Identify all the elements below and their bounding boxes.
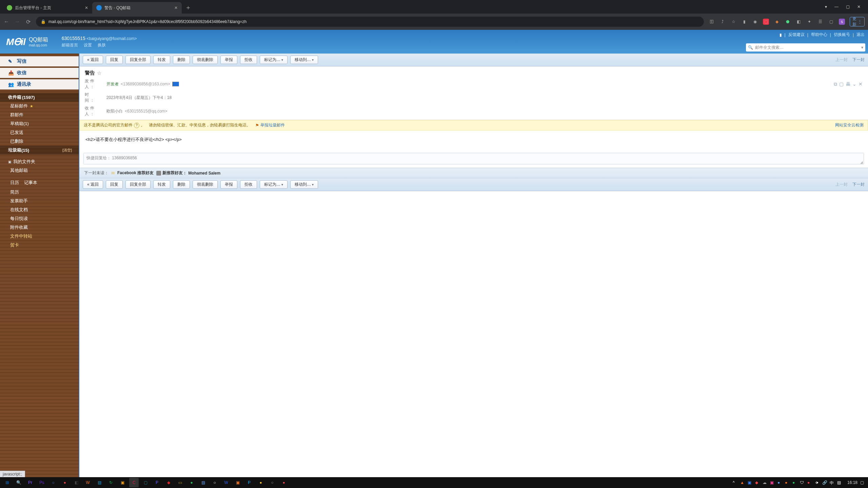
sidebar-item-starred[interactable]: 星标邮件 [0,102,79,110]
maximize-icon[interactable]: ▢ [846,4,850,9]
mail-search[interactable]: 🔍 邮件全文搜索… ▾ [746,43,865,52]
next-unread-1[interactable]: Facebook 推荐好友 [117,170,154,176]
sidebar-link[interactable]: 附件收藏 [0,223,79,232]
taskbar-app[interactable]: ↻ [106,478,116,487]
reply-button[interactable]: 回复 [106,56,123,64]
taskbar-app[interactable]: ▭ [175,478,185,487]
taskbar-app[interactable]: ⊞ [2,478,12,487]
tray-icon[interactable]: 🔗 [822,480,827,485]
ext-icon[interactable]: ▢ [763,19,769,25]
sidebar-item-trash[interactable]: 已删除 [0,137,79,146]
sidebar-inbox[interactable]: 收件箱(1597) [0,93,79,102]
sidebar-link[interactable]: 每日悦读 [0,214,79,223]
sidebar-item-junk[interactable]: 垃圾箱(15) [清空] [0,146,79,155]
question-icon[interactable]: ? [134,123,139,128]
reply-all-button[interactable]: 回复全部 [125,180,151,189]
ext-icon[interactable]: ▮ [741,19,747,25]
update-button[interactable]: 更新⋮ [850,17,865,26]
link-logout[interactable]: 退出 [856,32,865,38]
ext-icon[interactable]: ⬣ [785,19,791,25]
panel-icon[interactable]: ▢ [828,19,834,25]
prev-mail[interactable]: 上一封 [835,57,848,63]
sidebar-link[interactable]: 文件中转站 [0,232,79,241]
safety-check-link[interactable]: 网站安全云检测 [835,122,864,128]
delete-button[interactable]: 删除 [173,180,190,189]
delete-button[interactable]: 删除 [173,56,190,64]
reply-all-button[interactable]: 回复全部 [125,56,151,64]
taskbar-app[interactable]: W [221,478,231,487]
move-to-dropdown[interactable]: 移动到… [290,180,318,189]
tray-icon[interactable]: ● [785,480,790,485]
tray-icon[interactable]: 🕩 [815,480,820,485]
perm-delete-button[interactable]: 彻底删除 [193,56,218,64]
tray-icon[interactable]: ▲ [740,480,745,485]
taskbar-app[interactable]: P [244,478,254,487]
qqmail-logo[interactable]: MƟil QQ邮箱 mail.qq.com [0,36,48,47]
sidebar-myfolders[interactable]: 我的文件夹 [0,157,79,166]
report-spam-link[interactable]: 举报垃圾邮件 [260,122,285,128]
taskbar-app[interactable]: ○ [48,478,58,487]
sidebar-item-sent[interactable]: 已发送 [0,128,79,137]
ext-icon[interactable]: ◆ [774,19,780,25]
print-icon[interactable]: ▢ [839,81,844,87]
encoding-icon[interactable]: ⌄ [852,81,856,87]
profile-avatar[interactable]: s [839,19,845,25]
new-tab-button[interactable]: ＋ [185,3,191,12]
star-icon[interactable]: ☆ [97,70,101,76]
receive-button[interactable]: 📥收信 [0,68,79,78]
link-switch[interactable]: 切换账号 [834,32,850,38]
next-mail[interactable]: 下一封 [852,182,865,187]
tab-0[interactable]: 后台管理平台 - 主页 ✕ [3,2,92,14]
tab-1[interactable]: 警告 - QQ邮箱 ✕ [92,2,182,14]
tray-icon[interactable]: ▤ [837,480,842,485]
prev-mail[interactable]: 上一封 [835,182,848,187]
sidebar-link[interactable]: 发票助手 [0,197,79,205]
ext-icon[interactable]: ◉ [752,19,758,25]
newwindow-icon[interactable]: ⧉ [834,81,837,87]
taskbar-app[interactable]: ● [256,478,265,487]
clock[interactable]: 16:18 [847,480,857,485]
taskbar-app[interactable]: ◆ [164,478,173,487]
forward-icon[interactable]: → [14,19,20,25]
more-icon[interactable]: ✕ [859,81,863,87]
forward-button[interactable]: 转发 [153,180,170,189]
tray-icon[interactable]: 🛡 [800,480,805,485]
taskbar-app[interactable]: ▣ [233,478,242,487]
next-mail[interactable]: 下一封 [852,57,865,63]
sidebar-link[interactable]: 贺卡 [0,241,79,249]
sidebar-notes[interactable]: 记事本 [24,180,37,186]
taskbar-app[interactable]: P [152,478,162,487]
reject-button[interactable]: 拒收 [240,180,257,189]
perm-delete-button[interactable]: 彻底删除 [193,180,218,189]
mark-as-dropdown[interactable]: 标记为… [260,56,288,64]
ext-icon[interactable]: ◧ [795,19,802,25]
chevron-down-icon[interactable]: ▾ [825,4,827,9]
move-to-dropdown[interactable]: 移动到… [290,56,318,64]
back-button[interactable]: « 返回 [83,180,103,189]
taskbar-app[interactable]: ▢ [141,478,150,487]
sidebar-other-mail[interactable]: 其他邮箱 [0,166,79,175]
taskbar-app[interactable]: W [83,478,93,487]
taskbar-app[interactable]: ● [279,478,289,487]
bookmark-icon[interactable]: ▮ [780,33,782,37]
extensions-icon[interactable]: ✦ [806,19,812,25]
link-settings[interactable]: 设置 [84,43,92,47]
tray-icon[interactable]: ^ [733,480,737,485]
contacts-button[interactable]: 👥通讯录 [0,79,79,89]
resize-grip-icon[interactable]: ◢ [860,160,863,164]
link-help[interactable]: 帮助中心 [811,32,827,38]
tray-icon[interactable]: ▣ [748,480,752,485]
taskbar-app[interactable]: ○ [268,478,277,487]
taskbar-app[interactable]: ▣ [118,478,127,487]
translate-icon[interactable]: 🖶 [846,81,850,87]
back-icon[interactable]: ← [3,19,9,25]
report-button[interactable]: 举报 [220,180,237,189]
key-icon[interactable]: ⚿ [709,19,715,25]
tray-icon[interactable]: ☁ [763,480,767,485]
tray-icon[interactable]: 中 [830,480,834,485]
back-button[interactable]: « 返回 [83,56,103,64]
taskbar-app[interactable]: ● [60,478,70,487]
compose-button[interactable]: ✎写信 [0,56,79,66]
notifications-icon[interactable]: ▢ [860,480,864,485]
report-button[interactable]: 举报 [220,56,237,64]
